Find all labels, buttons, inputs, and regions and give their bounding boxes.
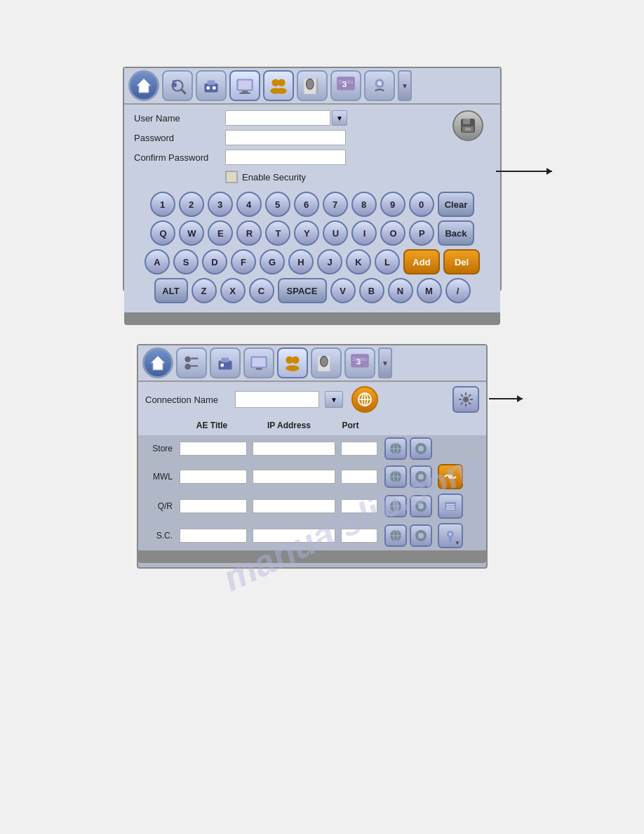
connection-name-input[interactable] [235, 391, 319, 408]
mwl-port-input[interactable] [341, 470, 377, 484]
sc-tools-btn[interactable]: ▼ [438, 523, 463, 548]
sc-status-btn[interactable] [410, 524, 432, 547]
bottom-toolbar-btn-6[interactable]: 3 Studio [344, 348, 375, 378]
key-0[interactable]: 0 [409, 192, 434, 217]
toolbar-btn-6[interactable]: 3 Studio [330, 70, 361, 101]
key-r[interactable]: R [236, 220, 262, 246]
svg-rect-11 [242, 91, 248, 92]
connection-name-section: Connection Name ▼ [138, 382, 486, 416]
qr-ip-input[interactable] [253, 499, 335, 513]
key-s[interactable]: S [173, 249, 199, 274]
key-w[interactable]: W [179, 220, 204, 246]
confirm-password-input[interactable] [225, 150, 346, 165]
key-e[interactable]: E [208, 220, 233, 246]
key-n[interactable]: N [388, 278, 413, 303]
key-1[interactable]: 1 [150, 192, 175, 217]
key-q[interactable]: Q [150, 220, 175, 246]
toolbar-btn-5[interactable] [297, 70, 328, 101]
key-z[interactable]: Z [192, 278, 217, 303]
key-alt[interactable]: ALT [154, 278, 188, 303]
key-g[interactable]: G [260, 249, 285, 274]
username-input[interactable] [225, 110, 330, 126]
key-x[interactable]: X [220, 278, 246, 303]
key-clear[interactable]: Clear [438, 192, 475, 217]
key-b[interactable]: B [359, 278, 384, 303]
key-2[interactable]: 2 [179, 192, 204, 217]
key-f[interactable]: F [231, 249, 256, 274]
key-u[interactable]: U [323, 220, 348, 246]
toolbar-btn-7[interactable] [364, 70, 395, 101]
mwl-handshake-btn[interactable] [438, 464, 463, 489]
key-t[interactable]: T [265, 220, 290, 246]
toolbar-btn-3[interactable] [229, 70, 260, 101]
qr-list-btn[interactable] [438, 494, 463, 519]
qr-connect-btn[interactable] [384, 495, 407, 517]
key-back[interactable]: Back [438, 220, 474, 246]
keyboard-area: 1 2 3 4 5 6 7 8 9 0 Clear Q W E R T Y U … [124, 186, 500, 312]
key-v[interactable]: V [330, 278, 356, 303]
enable-security-checkbox[interactable] [225, 171, 238, 183]
key-y[interactable]: Y [294, 220, 319, 246]
home-button[interactable] [128, 70, 159, 101]
key-p[interactable]: P [409, 220, 434, 246]
key-5[interactable]: 5 [265, 192, 290, 217]
key-l[interactable]: L [375, 249, 400, 274]
key-add[interactable]: Add [403, 249, 440, 274]
toolbar-dropdown[interactable]: ▼ [398, 70, 412, 101]
store-ip-input[interactable] [253, 442, 335, 456]
toolbar-btn-1[interactable] [162, 70, 193, 101]
key-d[interactable]: D [202, 249, 227, 274]
bottom-toolbar-btn-4[interactable] [277, 348, 308, 378]
bottom-toolbar-btn-2[interactable] [210, 348, 241, 378]
save-button[interactable] [452, 110, 483, 141]
mwl-ip-input[interactable] [253, 470, 335, 484]
connection-dropdown[interactable]: ▼ [325, 391, 343, 408]
store-ae-input[interactable] [180, 442, 247, 456]
settings-side-btn[interactable] [452, 386, 479, 413]
store-port-input[interactable] [341, 442, 377, 456]
sc-connect-btn[interactable] [384, 524, 407, 547]
mwl-label: MWL [145, 472, 177, 482]
sc-ae-input[interactable] [180, 529, 247, 543]
bottom-toolbar-btn-1[interactable] [176, 348, 207, 378]
qr-status-btn[interactable] [410, 495, 432, 517]
mwl-ae-input[interactable] [180, 470, 247, 484]
sc-ip-input[interactable] [253, 529, 335, 543]
toolbar-btn-2[interactable] [196, 70, 227, 101]
key-h[interactable]: H [288, 249, 314, 274]
qr-port-input[interactable] [341, 499, 377, 513]
globe-button[interactable] [351, 386, 378, 413]
store-status-btn[interactable] [410, 437, 432, 460]
key-c[interactable]: C [249, 278, 274, 303]
key-3[interactable]: 3 [208, 192, 233, 217]
key-o[interactable]: O [380, 220, 405, 246]
key-del[interactable]: Del [443, 249, 480, 274]
key-4[interactable]: 4 [236, 192, 262, 217]
password-input[interactable] [225, 130, 346, 145]
key-k[interactable]: K [346, 249, 371, 274]
key-7[interactable]: 7 [323, 192, 348, 217]
bottom-toolbar-dropdown[interactable]: ▼ [378, 348, 392, 378]
svg-text:Studio: Studio [352, 356, 367, 362]
mwl-status-btn[interactable] [410, 465, 432, 488]
key-slash[interactable]: / [445, 278, 471, 303]
mwl-connect-btn[interactable] [384, 465, 407, 488]
store-connect-btn[interactable] [384, 437, 407, 460]
key-space[interactable]: SPACE [278, 278, 327, 303]
key-6[interactable]: 6 [294, 192, 319, 217]
username-dropdown[interactable]: ▼ [332, 110, 347, 126]
key-m[interactable]: M [417, 278, 442, 303]
svg-rect-36 [221, 364, 224, 366]
key-a[interactable]: A [145, 249, 170, 274]
key-8[interactable]: 8 [351, 192, 377, 217]
svg-point-52 [463, 397, 469, 402]
key-9[interactable]: 9 [380, 192, 405, 217]
key-i[interactable]: I [351, 220, 377, 246]
bottom-toolbar-btn-3[interactable] [243, 348, 274, 378]
bottom-toolbar-btn-5[interactable] [311, 348, 342, 378]
toolbar-btn-4[interactable] [263, 70, 294, 101]
bottom-home-button[interactable] [142, 348, 173, 378]
qr-ae-input[interactable] [180, 499, 247, 513]
sc-port-input[interactable] [341, 529, 377, 543]
key-j[interactable]: J [317, 249, 342, 274]
